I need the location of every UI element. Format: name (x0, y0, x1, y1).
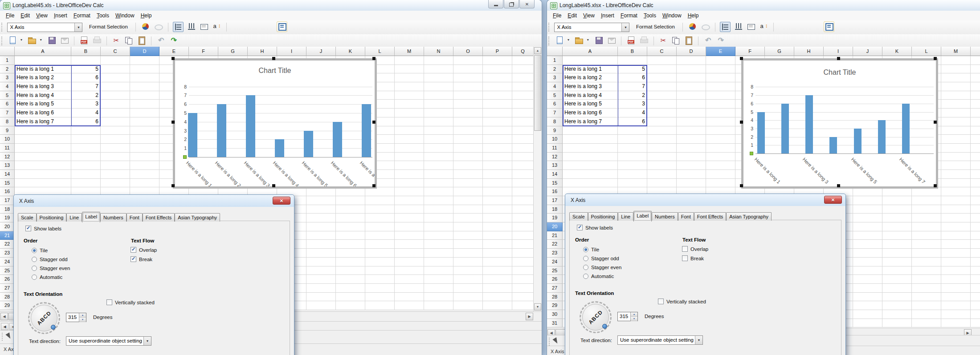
checkbox[interactable]: ✓ (577, 225, 583, 230)
column-header-K[interactable]: K (882, 47, 912, 56)
tab-positioning[interactable]: Positioning (588, 212, 618, 221)
menu-help[interactable]: Help (138, 11, 155, 19)
cell[interactable] (336, 266, 365, 275)
cell[interactable]: 5 (618, 65, 647, 74)
radio-button[interactable] (32, 257, 37, 262)
cell[interactable] (424, 56, 453, 65)
cell[interactable] (941, 214, 971, 222)
cell[interactable] (453, 301, 483, 310)
cell[interactable] (677, 135, 706, 144)
cell[interactable] (365, 266, 395, 275)
row-header-10[interactable]: 10 (0, 135, 15, 144)
cell[interactable] (647, 144, 677, 153)
menu-help[interactable]: Help (685, 11, 702, 19)
cell[interactable] (483, 144, 512, 153)
cell[interactable] (647, 56, 677, 65)
cell[interactable] (336, 231, 365, 240)
column-header-D[interactable]: D (130, 47, 159, 56)
cell[interactable] (395, 258, 424, 266)
dialog-close-button[interactable]: ✕ (824, 196, 842, 204)
cell[interactable] (336, 187, 365, 196)
bar-series1-4[interactable] (829, 137, 837, 153)
cell[interactable] (424, 231, 453, 240)
menu-insert[interactable]: Insert (598, 11, 617, 19)
tab-scale[interactable]: Scale (569, 212, 588, 221)
cell[interactable] (941, 222, 971, 231)
cell[interactable] (130, 117, 159, 126)
cell[interactable]: 4 (71, 109, 101, 117)
row-header-21[interactable]: 21 (547, 231, 563, 240)
cell[interactable] (71, 126, 101, 135)
cell[interactable] (453, 284, 483, 293)
scale-text-icon[interactable]: a↕ (212, 22, 221, 32)
cell[interactable] (647, 117, 677, 126)
dialog-close-button[interactable]: ✕ (273, 197, 290, 205)
cell[interactable] (882, 310, 912, 319)
cell[interactable] (941, 73, 971, 82)
cell[interactable] (941, 275, 971, 284)
export-pdf-icon[interactable] (79, 36, 89, 45)
chart-selection-handle[interactable] (934, 184, 937, 187)
cell[interactable] (912, 196, 941, 205)
cell[interactable] (395, 231, 424, 240)
cell[interactable] (677, 161, 706, 170)
row-header-10[interactable]: 10 (547, 135, 563, 144)
cell[interactable] (563, 56, 618, 65)
cell[interactable] (395, 153, 424, 161)
cell[interactable] (424, 266, 453, 275)
cell[interactable] (941, 144, 971, 153)
toolbar-grip[interactable] (2, 333, 5, 341)
cell[interactable] (618, 56, 647, 65)
row-header-7[interactable]: 7 (547, 109, 563, 117)
cell[interactable] (130, 91, 159, 100)
cell[interactable] (971, 73, 980, 82)
cell[interactable] (336, 240, 365, 249)
cell[interactable] (853, 187, 882, 196)
cell[interactable] (882, 266, 912, 275)
cell[interactable] (483, 91, 512, 100)
cell[interactable] (130, 73, 159, 82)
chart-selection-handle[interactable] (372, 57, 376, 60)
save-icon[interactable] (594, 36, 604, 45)
cell[interactable] (395, 214, 424, 222)
cell[interactable] (306, 284, 336, 293)
cell[interactable] (941, 109, 971, 117)
cell[interactable] (130, 100, 159, 109)
row-header-18[interactable]: 18 (0, 205, 15, 214)
cut-icon[interactable]: ✂ (658, 36, 668, 45)
cell[interactable] (453, 126, 483, 135)
row-header-25[interactable]: 25 (547, 266, 563, 275)
menu-edit[interactable]: Edit (17, 11, 33, 19)
cell[interactable] (912, 266, 941, 275)
vertical-grids-icon[interactable] (734, 22, 743, 32)
tab-asian-typography[interactable]: Asian Typography (726, 212, 772, 221)
row-header-13[interactable]: 13 (0, 161, 15, 170)
cell[interactable] (677, 82, 706, 91)
new-document-icon[interactable] (8, 36, 17, 45)
row-header-15[interactable]: 15 (547, 179, 563, 188)
cell[interactable] (453, 240, 483, 249)
redo-icon[interactable]: ↷ (169, 36, 179, 45)
close-button[interactable]: ✕ (519, 0, 535, 8)
cell[interactable] (483, 153, 512, 161)
cell[interactable] (395, 73, 424, 82)
cell[interactable] (424, 205, 453, 214)
cell[interactable] (941, 205, 971, 214)
cell[interactable] (618, 179, 647, 188)
cell[interactable]: 6 (71, 117, 101, 126)
cell[interactable] (306, 275, 336, 284)
cell[interactable] (483, 126, 512, 135)
row-header-12[interactable]: 12 (547, 153, 563, 161)
cell[interactable] (453, 65, 483, 74)
row-header-17[interactable]: 17 (0, 196, 15, 205)
menu-window[interactable]: Window (112, 11, 138, 19)
cell[interactable] (453, 196, 483, 205)
tab-label[interactable]: Label (82, 212, 100, 222)
bar-series1-4[interactable] (275, 139, 284, 157)
cell[interactable] (483, 117, 512, 126)
row-header-11[interactable]: 11 (547, 144, 563, 153)
cell[interactable] (395, 109, 424, 117)
spin-down-icon[interactable]: ▼ (631, 317, 637, 321)
cell[interactable] (882, 249, 912, 258)
cell[interactable] (882, 196, 912, 205)
